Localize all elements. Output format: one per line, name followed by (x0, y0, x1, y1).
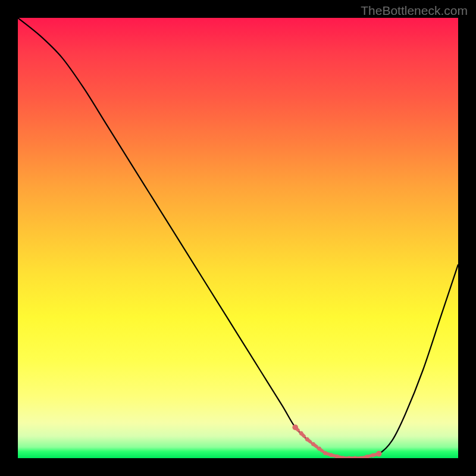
svg-point-20 (329, 453, 333, 457)
watermark-text: TheBottleneck.com (361, 4, 468, 18)
svg-line-0 (373, 454, 379, 456)
svg-line-12 (301, 433, 307, 439)
svg-point-25 (359, 456, 363, 458)
svg-point-22 (341, 456, 345, 458)
optimal-range-markers (18, 18, 458, 458)
svg-line-11 (307, 439, 313, 444)
svg-point-18 (317, 446, 321, 450)
chart-plot-area (18, 18, 458, 458)
svg-point-19 (323, 451, 327, 455)
svg-line-6 (337, 456, 343, 458)
svg-line-9 (319, 449, 325, 453)
bottleneck-curve (18, 18, 458, 458)
svg-line-10 (313, 444, 319, 449)
svg-line-7 (331, 455, 337, 457)
svg-point-16 (305, 437, 309, 441)
svg-point-24 (353, 456, 357, 458)
svg-line-13 (295, 427, 301, 433)
svg-line-2 (361, 457, 367, 458)
svg-point-17 (311, 442, 315, 446)
svg-point-21 (335, 455, 339, 458)
svg-point-28 (376, 451, 382, 457)
svg-point-23 (347, 456, 351, 458)
svg-point-26 (365, 455, 369, 458)
svg-line-1 (367, 455, 373, 457)
svg-point-14 (292, 424, 298, 430)
svg-point-27 (371, 453, 375, 458)
svg-line-8 (325, 453, 331, 455)
svg-point-15 (299, 431, 303, 436)
